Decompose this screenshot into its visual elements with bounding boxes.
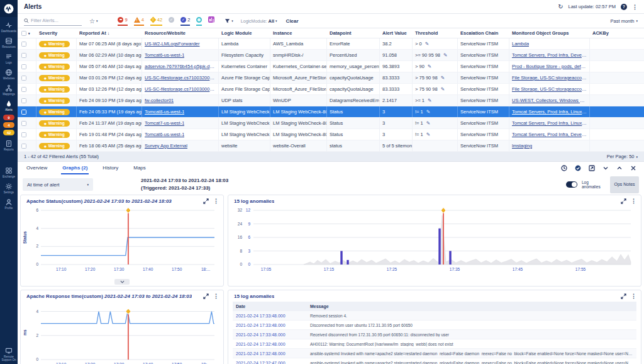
- sidebar-item-mappings[interactable]: Mappings: [0, 84, 18, 96]
- row-checkbox[interactable]: [21, 76, 26, 81]
- logicmodule-select[interactable]: LogicModule: All ▾: [241, 18, 277, 24]
- kebab-menu-icon[interactable]: ⋮: [631, 198, 636, 204]
- sidebar-item-dashboards[interactable]: Dashboards: [0, 21, 18, 33]
- sidebar-item-remote-support[interactable]: Remote Support On: [0, 347, 18, 361]
- sidebar-item-websites[interactable]: Websites: [0, 69, 18, 80]
- apache-status-chart[interactable]: 024617:1017:2017:3017:4017:5018:...Statu…: [21, 204, 223, 277]
- refresh-icon[interactable]: ↻: [558, 3, 563, 10]
- alert-row[interactable]: ◆WarningFeb 24 05:33 PM (19 days ago)Tom…: [18, 106, 644, 118]
- row-checkbox[interactable]: [21, 121, 26, 126]
- tab-maps[interactable]: Maps: [132, 162, 147, 174]
- log-anomalies-chart[interactable]: 0083166249321217:0517:1517:2517:3517:451…: [228, 204, 641, 277]
- resource-link[interactable]: US-SC-filestorage.cs7100320009c1a36d7: [145, 75, 216, 81]
- log-row[interactable]: 2021-02-24 17:33:48.000Removed session 4…: [233, 311, 636, 321]
- chevron-up-icon[interactable]: [616, 165, 623, 172]
- alert-row[interactable]: ◆WarningMar 03 01:26 PM (12 days ago)US-…: [18, 72, 644, 84]
- alert-row[interactable]: ◆WarningMar 06 02:29 AM (10 days ago)Tom…: [18, 50, 644, 61]
- column-header-datapoint[interactable]: Datapoint: [327, 28, 380, 38]
- monitored-groups-link[interactable]: Prod - Boutique Store - pods, default: [512, 64, 587, 69]
- expand-icon[interactable]: [621, 198, 626, 204]
- log-anomalies-toggle[interactable]: [566, 181, 577, 188]
- column-header-severity[interactable]: Severity: [36, 28, 77, 38]
- alert-row[interactable]: ◆WarningFeb 18 06:45 AM (25 days ago)Sur…: [18, 140, 644, 152]
- sidebar-item-logs[interactable]: Logs: [0, 53, 18, 64]
- collapse-datapoints-button[interactable]: [114, 279, 130, 285]
- monitored-groups-link[interactable]: File Storage, US-SC:storageaccount:cs710…: [512, 86, 587, 92]
- log-row[interactable]: 2021-02-24 17:32:48.000AH00112: Warning:…: [233, 339, 636, 349]
- select-all-checkbox[interactable]: [21, 31, 26, 36]
- warning-filter-chip[interactable]: 42: [150, 16, 162, 26]
- sidebar-item-alerts[interactable]: Alerts: [0, 100, 18, 111]
- edit-threshold-icon[interactable]: ✎: [441, 86, 445, 92]
- clear-filters-button[interactable]: Clear: [286, 18, 299, 24]
- row-checkbox[interactable]: [21, 110, 26, 115]
- row-checkbox[interactable]: [21, 87, 26, 92]
- expand-icon[interactable]: [203, 198, 209, 204]
- monitored-groups-link[interactable]: Tomcat Servers, Prod Infra, Development,…: [512, 52, 587, 58]
- apache-response-time-chart[interactable]: 02417:1017:2017:3017:4017:5018:...ms: [21, 299, 223, 364]
- resource-link[interactable]: Tomcat6-us-west-1: [145, 52, 184, 58]
- resource-link[interactable]: adservice-767976b454-p5jpk-default: [145, 64, 216, 69]
- kebab-menu-icon[interactable]: ⋮: [631, 293, 636, 299]
- log-row[interactable]: 2021-02-24 17:32:47.000ansible-systemd I…: [233, 358, 636, 364]
- expand-icon[interactable]: [203, 293, 209, 299]
- resource-link[interactable]: Survey App External: [145, 143, 187, 149]
- alert-row[interactable]: ◆WarningMar 07 06:25 AM (8 days ago)US-W…: [18, 38, 644, 50]
- saved-filters-button[interactable]: ☆ ▾: [89, 18, 97, 25]
- expand-icon[interactable]: [621, 293, 626, 299]
- time-of-alert-select[interactable]: At time of alert ▾: [23, 178, 93, 191]
- monitored-groups-link[interactable]: US-WEST, Collectors, Windows Servers: [512, 98, 587, 103]
- alert-row[interactable]: ◆WarningFeb 24 09:10 PM (19 days ago)fw-…: [18, 95, 644, 106]
- monitored-groups-link[interactable]: Tomcat Servers, Prod Infra, Linux Server…: [512, 120, 587, 126]
- alert-count-badge[interactable]: 9: [3, 115, 14, 120]
- tab-overview[interactable]: Overview: [25, 162, 48, 174]
- log-row[interactable]: 2021-02-24 17:33:48.000Disconnected from…: [233, 321, 636, 330]
- sidebar-item-resources[interactable]: Resources: [0, 37, 18, 48]
- sidebar-item-profile[interactable]: Profile: [0, 198, 18, 210]
- alert-count-badge[interactable]: 4: [3, 122, 14, 128]
- sidebar-item-reports[interactable]: Reports: [0, 140, 18, 151]
- sidebar-item-exchange[interactable]: Exchange: [0, 167, 18, 178]
- error-filter-chip[interactable]: 4: [134, 16, 144, 26]
- row-checkbox[interactable]: [21, 64, 26, 69]
- log-row[interactable]: 2021-02-24 17:32:48.000ansible-systemd I…: [233, 349, 636, 358]
- row-checkbox[interactable]: [21, 98, 26, 103]
- column-header-alert-value[interactable]: Alert Value: [380, 28, 413, 38]
- row-checkbox[interactable]: [21, 132, 26, 137]
- monitored-groups-link[interactable]: Tomcat Servers, Prod Infra, Development,…: [512, 132, 587, 137]
- chevron-down-icon[interactable]: [602, 165, 609, 172]
- alert-row[interactable]: ◆WarningMar 03 12:26 PM (12 days ago)US-…: [18, 84, 644, 95]
- monitored-groups-link[interactable]: File Storage, US-SC:storageaccount:cs710…: [512, 75, 587, 81]
- edit-threshold-icon[interactable]: ✎: [441, 75, 445, 81]
- row-checkbox[interactable]: [21, 144, 26, 149]
- monitored-groups-link[interactable]: Tomcat Servers, Prod Infra, Linux Server…: [512, 109, 587, 115]
- per-page-select[interactable]: Per Page: 50 ▾: [607, 154, 638, 159]
- column-header-threshold[interactable]: Threshold: [413, 28, 458, 38]
- monitored-groups-link[interactable]: Lambda: [512, 41, 529, 47]
- search-input[interactable]: [31, 18, 80, 23]
- edit-threshold-icon[interactable]: ✎: [428, 98, 431, 103]
- resource-link[interactable]: Tomcat8-us-west-1: [145, 109, 184, 115]
- schedule-icon[interactable]: [560, 165, 567, 172]
- edit-threshold-icon[interactable]: ✎: [443, 52, 447, 58]
- critical-filter-chip[interactable]: 9: [118, 16, 127, 26]
- time-range-select[interactable]: Past month ▾: [611, 18, 638, 24]
- ops-notes-button[interactable]: Ops Notes: [610, 176, 639, 193]
- escalate-icon[interactable]: [588, 165, 595, 172]
- filter-menu-button[interactable]: ▾: [225, 18, 233, 24]
- edit-threshold-icon[interactable]: ✎: [426, 109, 430, 115]
- resource-link[interactable]: US-W2-LMLogsForwarder: [145, 41, 200, 47]
- tab-graphs-2-[interactable]: Graphs (2): [61, 162, 89, 174]
- logicmonitor-logo[interactable]: [0, 0, 18, 17]
- sidebar-item-settings[interactable]: Settings: [0, 183, 18, 194]
- help-icon[interactable]: ?: [621, 4, 627, 10]
- column-header-ackby[interactable]: ACKBy: [590, 28, 644, 38]
- alert-count-badge[interactable]: 42: [3, 130, 14, 135]
- log-row[interactable]: 2021-02-24 17:33:48.000Received disconne…: [233, 330, 636, 339]
- column-header-resource-website[interactable]: Resource/Website: [142, 28, 219, 38]
- acknowledge-icon[interactable]: [574, 165, 581, 172]
- edit-threshold-icon[interactable]: ✎: [426, 120, 430, 126]
- monitored-groups-link[interactable]: lmstaging: [512, 143, 532, 149]
- kebab-menu-icon[interactable]: ⋮: [213, 293, 219, 299]
- resource-link[interactable]: fw-collector01: [145, 98, 174, 103]
